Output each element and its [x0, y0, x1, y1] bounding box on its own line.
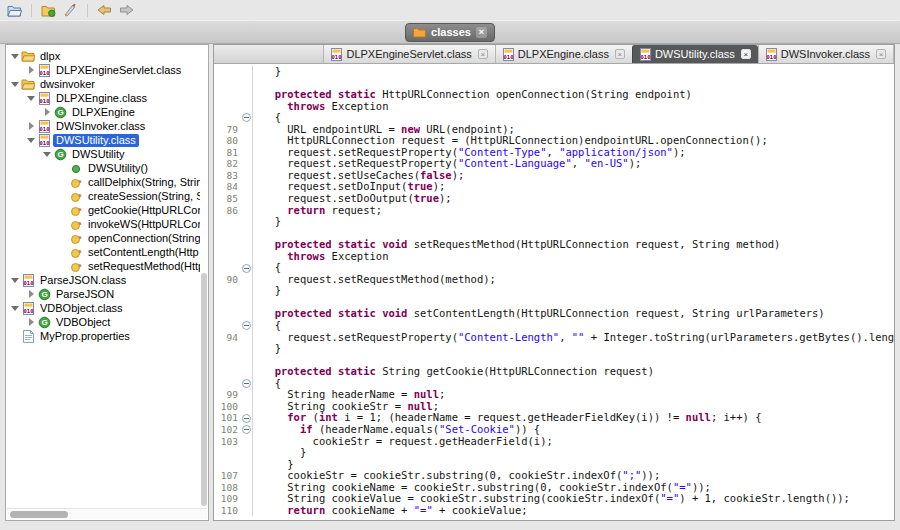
line-number — [214, 66, 240, 78]
static-method-icon: s — [69, 260, 83, 273]
line-number — [214, 320, 240, 332]
window-tab-classes[interactable]: classes × — [405, 23, 495, 42]
search-icon[interactable] — [63, 3, 78, 17]
editor-tab[interactable]: 010DLPXEngine.class× — [495, 45, 632, 63]
tab-close-icon[interactable]: × — [615, 49, 625, 59]
line-number: 81 — [214, 147, 240, 159]
tree-item[interactable]: MyProp.properties — [6, 329, 200, 343]
line-number — [214, 343, 240, 355]
tree-item-label: DLPXEngine — [69, 106, 138, 119]
tree-item[interactable]: dwsinvoker — [6, 77, 200, 91]
tree-item[interactable]: 010DWSInvoker.class — [6, 119, 200, 133]
line-number — [214, 112, 240, 124]
expander-open-icon[interactable] — [10, 79, 20, 89]
tree-item[interactable]: DWSUtility() — [6, 161, 200, 175]
expander-spacer — [58, 191, 68, 201]
tree-item-label: DLPXEngineServlet.class — [53, 64, 184, 77]
editor-tab-bar: 010DLPXEngineServlet.class×010DLPXEngine… — [214, 45, 894, 64]
class-file-icon: 010 — [37, 120, 51, 133]
tree-item[interactable]: screateSession(String, St — [6, 189, 200, 203]
expander-open-icon[interactable] — [26, 135, 36, 145]
back-icon[interactable] — [97, 4, 112, 16]
collapse-icon[interactable] — [242, 414, 251, 423]
tree-item[interactable]: ssetContentLength(Http — [6, 245, 200, 259]
class-icon: G — [37, 288, 51, 301]
tree-item[interactable]: ssetRequestMethod(Http — [6, 259, 200, 273]
expander-closed-icon[interactable] — [26, 317, 36, 327]
open-type-icon[interactable] — [41, 4, 56, 17]
fold-gutter — [240, 135, 253, 147]
expander-open-icon[interactable] — [26, 93, 36, 103]
line-number — [214, 366, 240, 378]
fold-gutter — [240, 228, 253, 240]
code-text: } — [253, 216, 281, 228]
expander-open-icon[interactable] — [10, 275, 20, 285]
fold-gutter — [240, 470, 253, 482]
collapse-icon[interactable] — [242, 321, 251, 330]
expander-closed-icon[interactable] — [42, 107, 52, 117]
tree-item[interactable]: sopenConnection(String) — [6, 231, 200, 245]
line-number — [214, 447, 240, 459]
tab-close-icon[interactable]: × — [478, 49, 488, 59]
svg-text:010: 010 — [39, 69, 49, 75]
tree-item-label: callDelphix(String, Strin — [85, 176, 200, 189]
expander-spacer — [58, 177, 68, 187]
tree-item[interactable]: GDWSUtility — [6, 147, 200, 161]
expander-open-icon[interactable] — [10, 303, 20, 313]
expander-closed-icon[interactable] — [26, 121, 36, 131]
tree-item[interactable]: dlpx — [6, 49, 200, 63]
static-method-icon: s — [69, 246, 83, 259]
fold-gutter — [240, 181, 253, 193]
expander-closed-icon[interactable] — [26, 65, 36, 75]
editor-tab[interactable]: 010DWSInvoker.class× — [758, 45, 894, 63]
line-number: 109 — [214, 493, 240, 505]
editor-tab[interactable]: 010DLPXEngineServlet.class× — [323, 45, 494, 63]
tree-horizontal-scrollbar[interactable] — [7, 508, 207, 519]
line-number: 85 — [214, 193, 240, 205]
collapse-icon[interactable] — [242, 425, 251, 434]
svg-text:s: s — [78, 246, 81, 254]
tree-item[interactable]: GVDBObject — [6, 315, 200, 329]
tree-item[interactable]: sinvokeWS(HttpURLConn — [6, 217, 200, 231]
tree-horizontal-scrollbar-thumb[interactable] — [10, 511, 68, 518]
close-icon[interactable]: × — [476, 27, 487, 38]
tree-item-label: dwsinvoker — [37, 78, 98, 91]
line-number: 110 — [214, 505, 240, 517]
tree-item[interactable]: GDLPXEngine — [6, 105, 200, 119]
tree-item[interactable]: scallDelphix(String, Strin — [6, 175, 200, 189]
editor-tab-label: DLPXEngineServlet.class — [346, 48, 471, 60]
tab-close-icon[interactable]: × — [741, 49, 751, 59]
collapse-icon[interactable] — [242, 264, 251, 273]
code-editor[interactable]: } protected static HttpURLConnection ope… — [214, 64, 894, 520]
fold-gutter — [240, 447, 253, 459]
tab-close-icon[interactable]: × — [876, 49, 886, 59]
tree-vertical-scrollbar[interactable] — [201, 273, 207, 506]
tree-item[interactable]: 010VDBObject.class — [6, 301, 200, 315]
class-file-icon: 010 — [766, 48, 777, 61]
code-line: } — [214, 447, 894, 459]
tree-item-label: VDBObject.class — [37, 302, 126, 315]
expander-closed-icon[interactable] — [26, 289, 36, 299]
editor-tab[interactable]: 010DWSUtility.class× — [632, 45, 758, 63]
package-icon — [21, 78, 35, 91]
fold-gutter — [240, 239, 253, 251]
tree-item[interactable]: sgetCookie(HttpURLCon — [6, 203, 200, 217]
expander-spacer — [58, 205, 68, 215]
open-file-icon[interactable] — [7, 4, 22, 17]
tree-item[interactable]: GParseJSON — [6, 287, 200, 301]
fold-gutter — [240, 505, 253, 517]
tree-item-label: openConnection(String) — [85, 232, 200, 245]
tree-item[interactable]: 010ParseJSON.class — [6, 273, 200, 287]
tree-item[interactable]: 010DWSUtility.class — [6, 133, 200, 147]
svg-text:010: 010 — [39, 125, 49, 131]
collapse-icon[interactable] — [242, 379, 251, 388]
tree-item[interactable]: 010DLPXEngineServlet.class — [6, 63, 200, 77]
forward-icon[interactable] — [119, 4, 134, 16]
fold-gutter — [240, 482, 253, 494]
collapse-icon[interactable] — [242, 113, 251, 122]
tree-item[interactable]: 010DLPXEngine.class — [6, 91, 200, 105]
expander-open-icon[interactable] — [42, 149, 52, 159]
expander-open-icon[interactable] — [10, 51, 20, 61]
line-number: 84 — [214, 181, 240, 193]
svg-text:010: 010 — [332, 53, 342, 59]
